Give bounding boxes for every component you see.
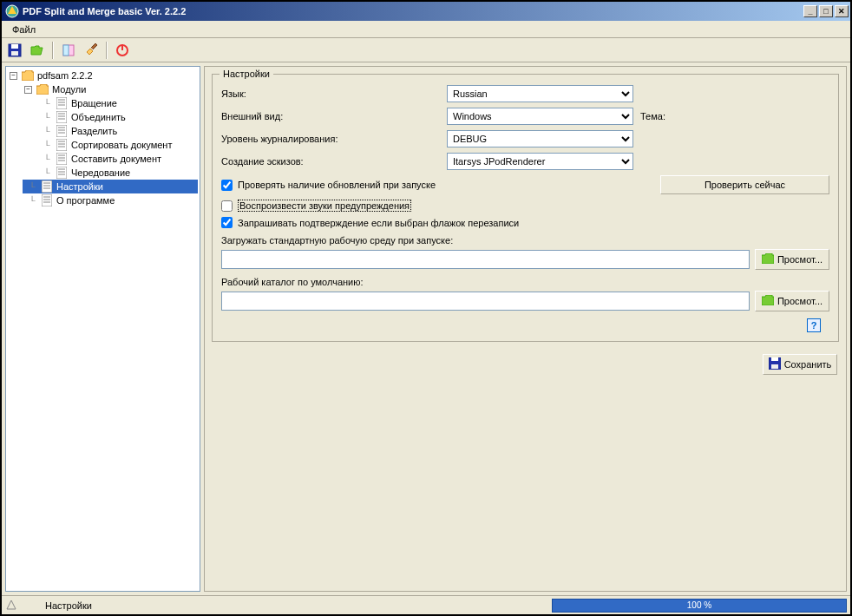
document-icon [40, 180, 54, 193]
menu-file[interactable]: Файл [5, 23, 43, 36]
toolbar-separator [52, 42, 54, 59]
load-env-label: Загружать стандартную рабочую среду при … [221, 235, 829, 246]
check-updates-checkbox[interactable] [221, 180, 233, 191]
save-label: Сохранить [784, 359, 832, 370]
app-icon [5, 4, 19, 18]
exit-icon[interactable] [113, 41, 132, 60]
document-icon [55, 97, 69, 109]
ask-overwrite-checkbox[interactable] [221, 217, 233, 228]
svg-rect-5 [63, 45, 69, 56]
app-window: PDF Split and Merge basic Ver. 2.2.2 _ □… [0, 0, 852, 616]
document-icon [55, 153, 69, 165]
window-title: PDF Split and Merge basic Ver. 2.2.2 [23, 6, 803, 16]
svg-rect-17 [771, 357, 778, 361]
document-icon [55, 167, 69, 179]
svg-rect-2 [11, 44, 18, 49]
tree-root[interactable]: − pdfsam 2.2.2 [8, 69, 198, 82]
tree-item-rotate[interactable]: └Вращение [37, 96, 198, 110]
window-controls: _ □ ✕ [803, 5, 849, 17]
log-label: Уровень журналирования: [221, 134, 447, 144]
svg-rect-12 [56, 153, 67, 165]
status-text: Настройки [24, 600, 92, 611]
log-select[interactable]: DEBUG [447, 130, 633, 147]
tree-item-merge[interactable]: └Объединить [37, 110, 198, 124]
save-icon[interactable] [5, 41, 24, 60]
close-button[interactable]: ✕ [835, 5, 849, 17]
svg-rect-7 [121, 44, 123, 50]
thumbnails-select[interactable]: Itarsys JPodRenderer [447, 153, 633, 170]
look-label: Внешний вид: [221, 111, 447, 121]
toolbar-separator [106, 42, 108, 59]
progress-label: 100 % [687, 600, 711, 610]
statusbar: Настройки 100 % [2, 595, 850, 614]
tree-item-label: Объединить [71, 112, 126, 122]
document-icon [40, 194, 54, 206]
save-disk-icon [769, 357, 781, 371]
play-sounds-label: Воспроизвести звуки предупреждения [238, 200, 411, 212]
svg-rect-8 [56, 97, 67, 109]
svg-rect-14 [42, 180, 52, 193]
tree-modules-label: Модули [52, 84, 86, 95]
status-icon [5, 599, 17, 613]
ask-overwrite-label: Запрашивать подтверждение если выбран фл… [238, 218, 519, 228]
load-env-input[interactable] [221, 250, 750, 269]
tree-item-label: Вращение [71, 98, 117, 108]
progress-bar: 100 % [552, 599, 847, 613]
tree-item-compose[interactable]: └Составить документ [37, 152, 198, 166]
default-dir-input[interactable] [221, 292, 750, 311]
document-icon [55, 111, 69, 123]
svg-rect-3 [11, 51, 18, 56]
tree-panel[interactable]: − pdfsam 2.2.2 − Модули └Вращение └Объед… [5, 66, 200, 592]
browse-dir-button[interactable]: Просмот... [755, 291, 829, 311]
help-icon[interactable]: ? [807, 318, 821, 332]
tree-about-label: О программе [56, 195, 115, 206]
tree-item-label: Разделить [71, 126, 117, 136]
document-icon [55, 139, 69, 151]
open-icon[interactable] [28, 41, 47, 60]
thumbnails-label: Создание эскизов: [221, 156, 447, 167]
svg-rect-9 [56, 111, 67, 123]
svg-rect-15 [42, 194, 52, 206]
collapse-icon[interactable]: − [10, 72, 17, 80]
tree-item-alternate[interactable]: └Чередование [37, 166, 198, 180]
theme-label: Тема: [640, 111, 665, 121]
tree-item-settings[interactable]: └Настройки [23, 180, 198, 193]
tree-item-sort[interactable]: └Сортировать документ [37, 138, 198, 152]
browse-env-button[interactable]: Просмот... [755, 249, 829, 270]
language-label: Язык: [221, 88, 447, 99]
log-icon[interactable] [59, 41, 78, 60]
maximize-button[interactable]: □ [819, 5, 833, 17]
browse-label: Просмот... [777, 296, 823, 306]
settings-fieldset: Настройки Язык: Russian Внешний вид: Win… [212, 74, 839, 342]
look-select[interactable]: Windows [447, 108, 633, 125]
tree-item-label: Чередование [71, 167, 130, 178]
main-area: − pdfsam 2.2.2 − Модули └Вращение └Объед… [2, 62, 850, 595]
tree-settings-label: Настройки [56, 181, 103, 192]
folder-icon [762, 253, 774, 265]
svg-rect-11 [56, 139, 67, 151]
clear-icon[interactable] [82, 41, 101, 60]
titlebar: PDF Split and Merge basic Ver. 2.2.2 _ □… [2, 2, 850, 21]
content-panel: Настройки Язык: Russian Внешний вид: Win… [204, 66, 847, 592]
play-sounds-checkbox[interactable] [221, 200, 233, 212]
toolbar [2, 38, 850, 62]
check-now-button[interactable]: Проверить сейчас [660, 175, 829, 194]
svg-rect-10 [56, 125, 67, 137]
folder-icon [762, 295, 774, 307]
default-dir-label: Рабочий каталог по умолчанию: [221, 277, 829, 287]
collapse-icon[interactable]: − [24, 86, 32, 94]
minimize-button[interactable]: _ [803, 5, 817, 17]
svg-rect-18 [771, 364, 778, 369]
settings-legend: Настройки [220, 69, 273, 79]
menubar: Файл [2, 21, 850, 38]
tree-item-split[interactable]: └Разделить [37, 124, 198, 138]
tree-item-label: Сортировать документ [71, 140, 172, 150]
check-updates-label: Проверять наличие обновлений при запуске [238, 180, 436, 190]
tree-item-about[interactable]: └О программе [23, 193, 198, 207]
folder-icon [21, 69, 35, 82]
tree-modules[interactable]: − Модули [23, 82, 198, 96]
save-button[interactable]: Сохранить [763, 354, 837, 375]
folder-icon [36, 83, 49, 95]
language-select[interactable]: Russian [447, 85, 633, 102]
browse-label: Просмот... [777, 254, 823, 265]
